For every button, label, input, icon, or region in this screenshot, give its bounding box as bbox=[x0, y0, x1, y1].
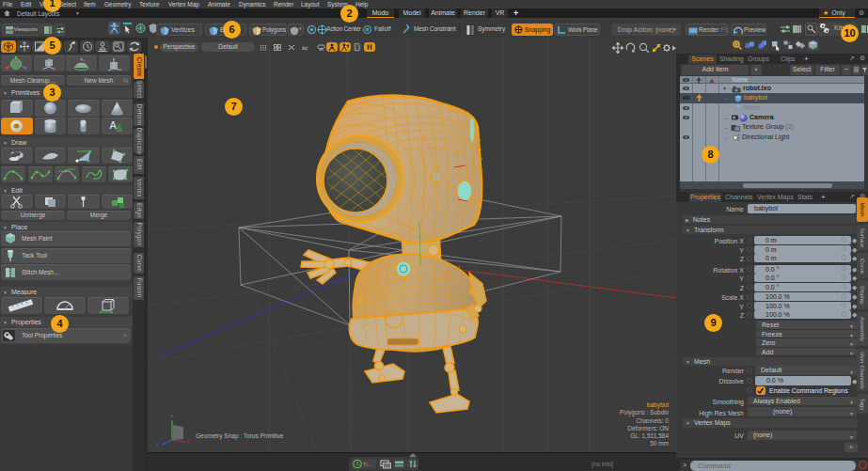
svg-text:Z: Z bbox=[156, 442, 159, 447]
svg-text:äȼ: äȼ bbox=[302, 45, 308, 51]
svg-text:X: X bbox=[186, 439, 190, 445]
svg-text:Y: Y bbox=[170, 414, 174, 419]
svg-text:Ti...: Ti... bbox=[363, 462, 372, 467]
